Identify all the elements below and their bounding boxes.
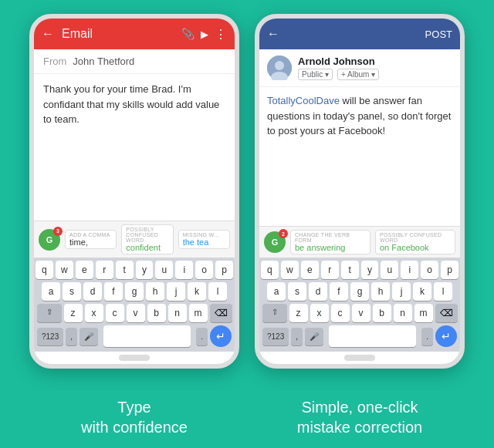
suggestion-chip-2a[interactable]: CHANGE THE VERB FORM be answering [290, 230, 370, 254]
key2-d[interactable]: d [309, 282, 327, 301]
key-p[interactable]: p [215, 261, 233, 279]
key-v[interactable]: v [127, 304, 145, 322]
key-delete[interactable]: ⌫ [210, 304, 232, 322]
key2-period[interactable]: . [421, 328, 433, 345]
key2-space[interactable] [329, 325, 416, 347]
key2-enter[interactable]: ↵ [435, 325, 457, 347]
key-num[interactable]: ?123 [37, 328, 63, 345]
key-shift[interactable]: ⇧ [37, 304, 62, 322]
key2-shift[interactable]: ⇧ [262, 304, 287, 322]
key-a[interactable]: a [42, 282, 60, 301]
key-o[interactable]: o [195, 261, 213, 279]
keyboard-1: q w e r t y u i o p a s d f g h j k l [34, 258, 235, 352]
fb-body: TotallyCoolDave will be answer fan quest… [259, 87, 460, 226]
key-q[interactable]: q [36, 261, 53, 279]
key-i[interactable]: i [175, 261, 193, 279]
key2-m[interactable]: m [414, 304, 433, 322]
key2-y[interactable]: y [361, 261, 379, 279]
key2-a[interactable]: a [267, 282, 286, 301]
key2-x[interactable]: x [310, 304, 329, 322]
key2-mic[interactable]: 🎤 [305, 328, 323, 345]
grammarly-icon-1[interactable]: G 3 [39, 229, 60, 251]
key2-e[interactable]: e [301, 261, 319, 279]
key-y[interactable]: y [136, 261, 154, 279]
key2-z[interactable]: z [289, 304, 308, 322]
key2-j[interactable]: j [392, 282, 411, 301]
key-t[interactable]: t [116, 261, 134, 279]
chip-value-1b: confident [126, 243, 168, 252]
more-icon[interactable]: ⋮ [215, 27, 227, 42]
key-z[interactable]: z [64, 304, 83, 322]
key2-g[interactable]: g [350, 282, 369, 301]
key2-u[interactable]: u [381, 261, 398, 279]
key-r[interactable]: r [96, 261, 113, 279]
send-icon[interactable]: ▶ [201, 29, 208, 40]
suggestion-chip-1a[interactable]: ADD A COMMA time, [65, 230, 117, 249]
key-d[interactable]: d [83, 282, 102, 301]
key-m[interactable]: m [189, 304, 208, 322]
key-space[interactable] [103, 325, 191, 347]
key2-w[interactable]: w [281, 261, 299, 279]
key2-f[interactable]: f [330, 282, 348, 301]
key-comma[interactable]: , [66, 328, 77, 345]
key-f[interactable]: f [104, 282, 123, 301]
key2-o[interactable]: o [421, 261, 438, 279]
key2-h[interactable]: h [371, 282, 390, 301]
key2-c[interactable]: c [331, 304, 350, 322]
chip-value-1c: the tea [183, 237, 225, 247]
key2-v[interactable]: v [352, 304, 370, 322]
suggestion-chip-1b[interactable]: POSSIBLY CONFUSED WORD confident [121, 224, 173, 254]
grammarly-icon-2[interactable]: G 2 [264, 231, 286, 253]
back-arrow-icon[interactable]: ← [42, 27, 54, 41]
key-period[interactable]: . [196, 328, 208, 345]
key-enter[interactable]: ↵ [210, 325, 232, 347]
key-g[interactable]: g [125, 282, 144, 301]
key2-n[interactable]: n [394, 304, 412, 322]
kb-row2: a s d f g h j k l [36, 282, 233, 301]
key-h[interactable]: h [146, 282, 164, 301]
key-k[interactable]: k [188, 282, 206, 301]
phone1: ← Email 📎 ▶ ⋮ From John Thetford Thank y… [29, 14, 239, 369]
fb-meta-public[interactable]: Public ▾ [298, 69, 333, 80]
key-j[interactable]: j [167, 282, 185, 301]
key2-i[interactable]: i [401, 261, 418, 279]
key2-q[interactable]: q [261, 261, 279, 279]
key-s[interactable]: s [63, 282, 81, 301]
caption-1: Type with confidence [29, 397, 239, 437]
key2-num[interactable]: ?123 [262, 328, 289, 345]
chip-value-2b: on Facebook [380, 243, 451, 252]
key-n[interactable]: n [168, 304, 187, 322]
key2-k[interactable]: k [413, 282, 431, 301]
phone2: ← POST Arnold Johnson Public ▾ + Album ▾ [255, 14, 465, 369]
key2-p[interactable]: p [441, 261, 458, 279]
fb-back-icon[interactable]: ← [267, 27, 279, 41]
grammarly-bar-1: G 3 ADD A COMMA time, POSSIBLY CONFUSED … [34, 221, 235, 258]
fb-meta-album[interactable]: + Album ▾ [337, 69, 379, 80]
key2-b[interactable]: b [373, 304, 391, 322]
key2-l[interactable]: l [434, 282, 452, 301]
fb-post-button[interactable]: POST [425, 29, 452, 40]
key-l[interactable]: l [208, 282, 227, 301]
email-body: Thank you for your time Brad. I'm confid… [34, 74, 235, 221]
key2-t[interactable]: t [341, 261, 359, 279]
suggestion-chip-1c[interactable]: MISSING W... the tea [178, 230, 230, 249]
attachment-icon[interactable]: 📎 [181, 28, 195, 40]
key-c[interactable]: c [106, 304, 124, 322]
svg-point-1 [275, 61, 284, 70]
key2-comma[interactable]: , [291, 328, 303, 345]
home-button-1[interactable] [119, 355, 150, 361]
fb-body-link[interactable]: TotallyCoolDave [267, 95, 340, 106]
key-x[interactable]: x [85, 304, 103, 322]
key-mic[interactable]: 🎤 [80, 328, 98, 345]
key-b[interactable]: b [147, 304, 166, 322]
suggestion-chip-2b[interactable]: POSSIBLY CONFUSED WORD on Facebook [375, 230, 455, 254]
key-e[interactable]: e [76, 261, 93, 279]
key2-r[interactable]: r [321, 261, 339, 279]
key2-delete[interactable]: ⌫ [435, 304, 458, 322]
chip-label-1b: POSSIBLY CONFUSED WORD [126, 227, 168, 243]
home-button-2[interactable] [344, 355, 375, 361]
key2-s[interactable]: s [288, 282, 306, 301]
key-u[interactable]: u [155, 261, 173, 279]
key-w[interactable]: w [56, 261, 73, 279]
grammarly-bar-2: G 2 CHANGE THE VERB FORM be answering PO… [259, 226, 460, 258]
